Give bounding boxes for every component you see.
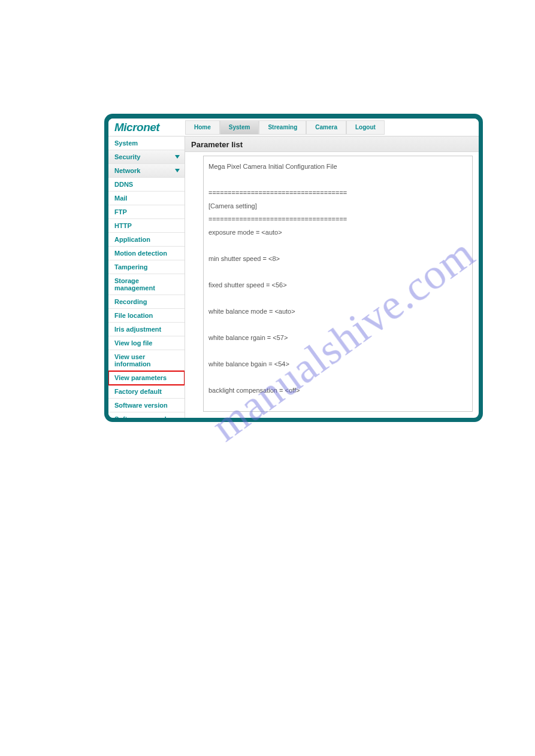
nav-tab-home[interactable]: Home xyxy=(185,120,220,135)
sidebar-item-label: Mail xyxy=(114,195,127,202)
document-page: Micronet HomeSystemStreamingCameraLogout… xyxy=(104,114,483,422)
sidebar-item-label: File location xyxy=(114,312,153,319)
sidebar-item-network[interactable]: Network xyxy=(108,164,185,178)
sidebar-item-label: View parameters xyxy=(114,374,167,381)
sidebar-item-storage-management[interactable]: Storage management xyxy=(108,274,185,295)
sidebar-item-label: Software version xyxy=(114,402,168,409)
sidebar-item-label: Tampering xyxy=(114,263,147,271)
nav-tab-streaming[interactable]: Streaming xyxy=(259,120,306,135)
sidebar-item-label: Motion detection xyxy=(114,250,167,257)
content-pane: Parameter list xyxy=(185,136,479,418)
sidebar-item-recording[interactable]: Recording xyxy=(108,295,185,309)
app-window: Micronet HomeSystemStreamingCameraLogout… xyxy=(108,119,479,418)
sidebar-item-ftp[interactable]: FTP xyxy=(108,205,185,219)
parameter-textbox-wrap xyxy=(185,152,479,418)
app-frame: Micronet HomeSystemStreamingCameraLogout… xyxy=(104,114,483,422)
sidebar-item-label: System xyxy=(114,139,138,147)
nav-tab-system[interactable]: System xyxy=(220,120,259,135)
content-title: Parameter list xyxy=(185,136,479,152)
sidebar-item-iris-adjustment[interactable]: Iris adjustment xyxy=(108,323,185,336)
sidebar-item-motion-detection[interactable]: Motion detection xyxy=(108,247,185,260)
chevron-down-icon xyxy=(175,155,180,159)
nav-tab-camera[interactable]: Camera xyxy=(306,120,346,135)
sidebar-item-factory-default[interactable]: Factory default xyxy=(108,385,185,399)
sidebar-item-label: HTTP xyxy=(114,222,132,229)
sidebar-item-view-parameters[interactable]: View parameters xyxy=(108,371,185,385)
sidebar-item-mail[interactable]: Mail xyxy=(108,192,185,205)
top-nav: HomeSystemStreamingCameraLogout xyxy=(185,120,385,135)
chevron-down-icon xyxy=(175,169,180,172)
topbar: Micronet HomeSystemStreamingCameraLogout xyxy=(108,119,479,136)
body-row: SystemSecurityNetworkDDNSMailFTPHTTPAppl… xyxy=(108,136,479,418)
sidebar-item-view-user-information[interactable]: View user information xyxy=(108,350,185,371)
sidebar-item-view-log-file[interactable]: View log file xyxy=(108,336,185,350)
sidebar-item-label: View log file xyxy=(114,339,152,347)
sidebar-item-label: DDNS xyxy=(114,181,133,188)
sidebar-item-label: Storage management xyxy=(114,277,180,292)
sidebar-item-label: Recording xyxy=(114,298,147,305)
sidebar-item-label: Security xyxy=(114,153,140,160)
parameter-textbox[interactable] xyxy=(203,156,473,412)
sidebar-item-label: FTP xyxy=(114,208,127,215)
sidebar-item-label: Application xyxy=(114,236,150,243)
sidebar-item-tampering[interactable]: Tampering xyxy=(108,260,185,274)
logo: Micronet xyxy=(108,121,185,134)
sidebar: SystemSecurityNetworkDDNSMailFTPHTTPAppl… xyxy=(108,136,185,418)
sidebar-item-label: Network xyxy=(114,167,140,174)
sidebar-item-label: Iris adjustment xyxy=(114,326,161,333)
sidebar-item-software-upgrade[interactable]: Software upgrade xyxy=(108,412,185,418)
sidebar-item-http[interactable]: HTTP xyxy=(108,219,185,233)
sidebar-item-label: View user information xyxy=(114,353,180,368)
sidebar-item-software-version[interactable]: Software version xyxy=(108,399,185,412)
sidebar-item-system[interactable]: System xyxy=(108,136,185,150)
sidebar-item-label: Software upgrade xyxy=(114,415,170,418)
sidebar-item-ddns[interactable]: DDNS xyxy=(108,178,185,192)
sidebar-item-label: Factory default xyxy=(114,388,162,395)
sidebar-item-file-location[interactable]: File location xyxy=(108,309,185,323)
sidebar-item-security[interactable]: Security xyxy=(108,150,185,164)
nav-tab-logout[interactable]: Logout xyxy=(346,120,385,135)
sidebar-item-application[interactable]: Application xyxy=(108,233,185,247)
